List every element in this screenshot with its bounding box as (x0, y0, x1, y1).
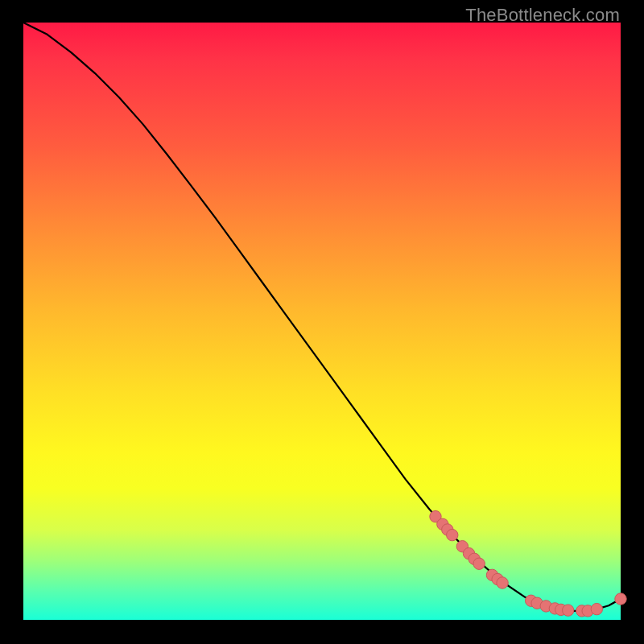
chart-stage: TheBottleneck.com (0, 0, 644, 644)
data-marker (563, 605, 574, 616)
bottleneck-curve (23, 23, 621, 611)
data-marker (615, 593, 626, 605)
chart-overlay (23, 23, 621, 620)
data-marker (447, 529, 458, 540)
data-marker (473, 558, 485, 569)
data-marker (497, 577, 508, 588)
data-marker (591, 603, 602, 614)
marker-group (430, 510, 626, 617)
